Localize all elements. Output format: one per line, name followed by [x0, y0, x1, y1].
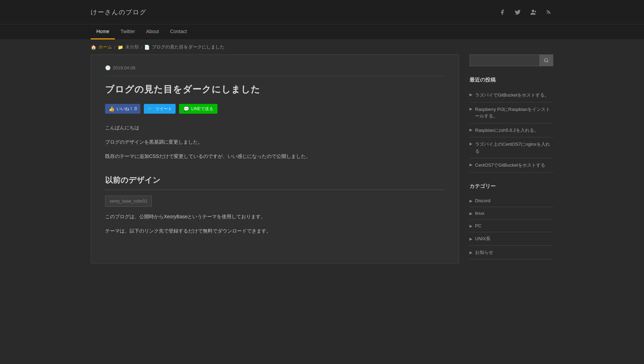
article-body1: ブログのデザインを黒基調に変更しました。 — [105, 138, 445, 146]
recent-post-4[interactable]: ▶ ラズパイ上のCentOS7にnginxを入れる — [469, 137, 553, 158]
article-title: ブログの見た目をダークにしました — [105, 83, 445, 96]
category-pc[interactable]: ▶ PC — [469, 220, 553, 232]
arrow-icon-4: ▶ — [469, 142, 472, 146]
article-body2: 既存のテーマに追加CSSだけで変更しているのですが、いい感じになったので公開しま… — [105, 152, 445, 161]
line-label: LINEで送る — [191, 106, 213, 112]
tweet-label: ツイート — [155, 106, 172, 112]
arrow-icon-5: ▶ — [469, 162, 472, 167]
tweet-button[interactable]: 🐦 ツイート — [144, 104, 176, 114]
facebook-like-label: いいね！ 0 — [117, 106, 137, 112]
line-button-icon: 💬 — [183, 106, 189, 112]
recent-post-2[interactable]: ▶ Raspberry Pi3にRaspbianをインストールする。 — [469, 103, 553, 123]
category-label-2: linux — [475, 211, 484, 216]
breadcrumb-page-icon: 📄 — [144, 45, 150, 50]
nav-contact[interactable]: Contact — [164, 24, 192, 39]
recent-post-1[interactable]: ▶ ラズパイでGitBucketをホストする。 — [469, 88, 553, 103]
facebook-icon[interactable] — [497, 7, 507, 17]
article-body4: テーマは、以下のリンク先で登録するだけで無料でダウンロードできます。 — [105, 227, 445, 235]
article-date: 2019.04.06 — [113, 65, 135, 70]
breadcrumb-current: ブログの見た目をダークにしました — [152, 44, 224, 50]
category-label-1: Discord — [475, 198, 490, 203]
site-nav: Home Twitter About Contact — [0, 24, 644, 40]
clock-icon: 🕐 — [105, 65, 111, 70]
cat-arrow-icon-5: ▶ — [469, 250, 472, 255]
cat-arrow-icon-1: ▶ — [469, 199, 472, 203]
cat-arrow-icon-4: ▶ — [469, 237, 472, 241]
svg-point-1 — [545, 59, 548, 62]
arrow-icon-3: ▶ — [469, 128, 472, 132]
recent-post-3[interactable]: ▶ Raspbianにzsh5.6.2を入れる。 — [469, 123, 553, 138]
recent-post-label-1: ラズパイでGitBucketをホストする。 — [475, 92, 549, 99]
cat-arrow-icon-3: ▶ — [469, 224, 472, 228]
social-buttons: 👍 いいね！ 0 🐦 ツイート 💬 LINEで送る — [105, 104, 445, 114]
article-intro: こんばんにちは — [105, 123, 445, 132]
category-info[interactable]: ▶ お知らせ — [469, 246, 553, 259]
category-label-4: UNIX系 — [475, 236, 490, 242]
google-plus-icon[interactable] — [528, 7, 538, 17]
breadcrumb-home-icon: 🏠 — [91, 45, 96, 50]
facebook-button-icon: 👍 — [109, 106, 114, 112]
facebook-like-button[interactable]: 👍 いいね！ 0 — [105, 104, 140, 114]
breadcrumb: 🏠 ホーム / 📁 未分類 / 📄 ブログの見た目をダークにしました — [0, 40, 644, 54]
nav-home[interactable]: Home — [91, 24, 115, 39]
search-button[interactable] — [539, 54, 553, 66]
article-body: こんばんにちは ブログのデザインを黒基調に変更しました。 既存のテーマに追加CS… — [105, 123, 445, 235]
breadcrumb-cat-icon: 📁 — [118, 45, 123, 50]
arrow-icon-2: ▶ — [469, 107, 472, 111]
recent-post-label-2: Raspberry Pi3にRaspbianをインストールする。 — [475, 106, 553, 120]
recent-posts-title: 最近の投稿 — [469, 77, 553, 83]
arrow-icon-1: ▶ — [469, 92, 472, 97]
section-title: 以前のデザイン — [105, 175, 445, 190]
header-icons — [497, 7, 553, 17]
site-title: けーさんのブログ — [91, 8, 147, 16]
category-discord[interactable]: ▶ Discord — [469, 195, 553, 207]
sidebar: 最近の投稿 ▶ ラズパイでGitBucketをホストする。 ▶ Raspberr… — [469, 54, 553, 270]
rss-icon[interactable] — [543, 7, 553, 17]
svg-line-2 — [547, 61, 548, 62]
recent-posts-section: 最近の投稿 ▶ ラズパイでGitBucketをホストする。 ▶ Raspberr… — [469, 77, 553, 173]
categories-title: カテゴリー — [469, 183, 553, 190]
line-button[interactable]: 💬 LINEで送る — [179, 104, 217, 114]
search-input[interactable] — [469, 54, 539, 66]
recent-post-label-4: ラズパイ上のCentOS7にnginxを入れる — [475, 141, 553, 154]
twitter-button-icon: 🐦 — [147, 106, 153, 112]
category-label-3: PC — [475, 223, 481, 228]
main-layout: 🕐 2019.04.06 ブログの見た目をダークにしました 👍 いいね！ 0 🐦… — [0, 54, 644, 270]
cat-arrow-icon-2: ▶ — [469, 211, 472, 216]
recent-post-label-3: Raspbianにzsh5.6.2を入れる。 — [475, 127, 539, 134]
recent-post-label-5: CentOS7でGitBucketをホストする — [475, 162, 545, 169]
breadcrumb-category[interactable]: 未分類 — [125, 44, 139, 50]
category-label-5: お知らせ — [475, 249, 493, 256]
recent-post-5[interactable]: ▶ CentOS7でGitBucketをホストする — [469, 158, 553, 173]
category-unix[interactable]: ▶ UNIX系 — [469, 232, 553, 246]
site-header: けーさんのブログ — [0, 0, 644, 24]
breadcrumb-sep1: / — [114, 45, 116, 50]
breadcrumb-sep2: / — [141, 45, 142, 50]
svg-point-0 — [546, 14, 547, 14]
article-image: xeory_base_color01 — [105, 196, 152, 207]
article-container: 🕐 2019.04.06 ブログの見た目をダークにしました 👍 いいね！ 0 🐦… — [91, 54, 459, 264]
nav-about[interactable]: About — [141, 24, 165, 39]
category-linux[interactable]: ▶ linux — [469, 207, 553, 220]
categories-section: カテゴリー ▶ Discord ▶ linux ▶ PC ▶ UNIX系 ▶ お… — [469, 183, 553, 259]
breadcrumb-home-label[interactable]: ホーム — [98, 44, 112, 50]
search-box — [469, 54, 553, 66]
nav-twitter[interactable]: Twitter — [115, 24, 140, 39]
twitter-icon[interactable] — [513, 7, 523, 17]
article-body3: このブログは、公開時からXeoryBaseというテーマを使用しております。 — [105, 212, 445, 221]
article-meta: 🕐 2019.04.06 — [105, 65, 445, 76]
